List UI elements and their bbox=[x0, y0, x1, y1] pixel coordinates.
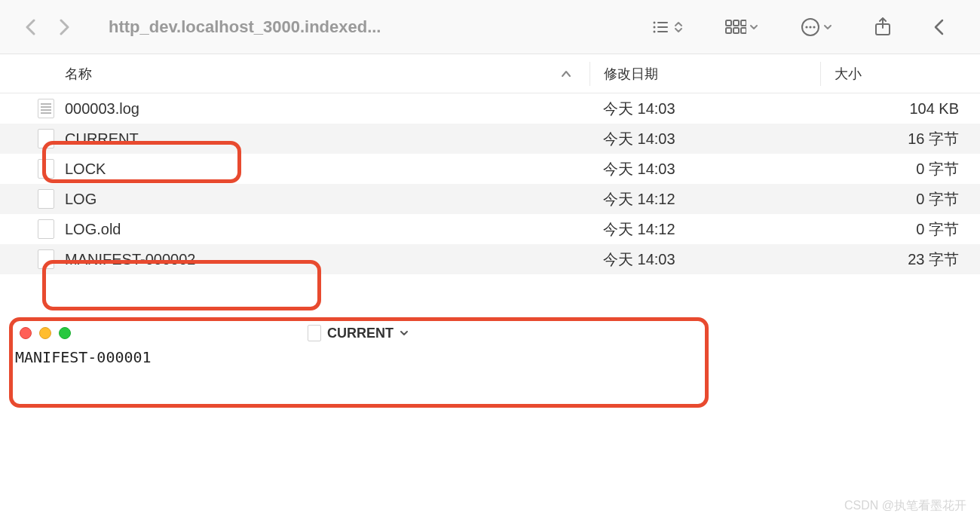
file-date: 今天 14:03 bbox=[603, 99, 675, 119]
file-size: 0 字节 bbox=[916, 189, 959, 210]
file-name: MANIFEST-000002 bbox=[65, 251, 195, 268]
table-row[interactable]: LOG.old 今天 14:12 0 字节 bbox=[0, 214, 980, 244]
table-row[interactable]: CURRENT 今天 14:03 16 字节 bbox=[0, 124, 980, 154]
table-row[interactable]: 000003.log 今天 14:03 104 KB bbox=[0, 93, 980, 124]
svg-rect-10 bbox=[733, 28, 739, 33]
column-header-name[interactable]: 名称 bbox=[0, 65, 590, 83]
group-view-button[interactable] bbox=[651, 20, 683, 35]
close-button[interactable] bbox=[20, 327, 32, 339]
minimize-button[interactable] bbox=[39, 327, 51, 339]
svg-point-15 bbox=[813, 26, 815, 28]
file-icon bbox=[38, 219, 54, 239]
watermark: CSDN @执笔看墨花开 bbox=[844, 498, 966, 514]
svg-rect-8 bbox=[741, 20, 746, 26]
action-menu-button[interactable] bbox=[801, 17, 832, 37]
table-row[interactable]: LOCK 今天 14:03 0 字节 bbox=[0, 154, 980, 184]
file-size: 16 字节 bbox=[908, 129, 959, 149]
svg-point-2 bbox=[654, 26, 656, 28]
editor-text: MANIFEST-000001 bbox=[15, 348, 152, 366]
file-icon bbox=[38, 129, 54, 148]
file-size: 0 字节 bbox=[916, 159, 959, 179]
chevron-down-icon bbox=[823, 24, 832, 30]
file-name: CURRENT bbox=[65, 130, 139, 148]
svg-rect-6 bbox=[726, 20, 731, 26]
file-name: LOG.old bbox=[65, 221, 121, 238]
file-name: LOG bbox=[65, 191, 96, 208]
file-name: 000003.log bbox=[65, 100, 139, 118]
sort-double-chevron-icon bbox=[674, 20, 683, 34]
column-name-label: 名称 bbox=[65, 65, 92, 83]
svg-point-0 bbox=[654, 21, 656, 23]
maximize-button[interactable] bbox=[59, 327, 71, 339]
file-date: 今天 14:03 bbox=[603, 159, 675, 179]
finder-toolbar: http_dev.localhost_3000.indexed... bbox=[0, 0, 980, 54]
file-icon bbox=[38, 159, 54, 179]
file-date: 今天 14:12 bbox=[603, 189, 675, 210]
column-size-label: 大小 bbox=[835, 65, 862, 83]
file-icon bbox=[38, 99, 54, 118]
column-date-label: 修改日期 bbox=[604, 65, 658, 83]
svg-point-13 bbox=[805, 26, 807, 28]
file-icon bbox=[38, 189, 54, 209]
sort-ascending-icon bbox=[561, 66, 571, 81]
column-headers: 名称 修改日期 大小 bbox=[0, 54, 980, 93]
nav-back-button[interactable] bbox=[21, 19, 39, 35]
editor-titlebar[interactable]: CURRENT bbox=[11, 320, 706, 347]
svg-rect-3 bbox=[657, 26, 668, 28]
file-list: 000003.log 今天 14:03 104 KB CURRENT 今天 14… bbox=[0, 93, 980, 274]
svg-rect-7 bbox=[733, 20, 739, 26]
file-icon bbox=[38, 249, 54, 269]
svg-rect-5 bbox=[657, 31, 668, 32]
share-button[interactable] bbox=[874, 17, 891, 37]
editor-content[interactable]: MANIFEST-000001 bbox=[11, 347, 706, 368]
file-size: 0 字节 bbox=[916, 219, 959, 240]
toolbar-actions bbox=[651, 17, 959, 37]
editor-title: CURRENT bbox=[11, 325, 706, 341]
file-size: 104 KB bbox=[909, 100, 959, 118]
window-title: http_dev.localhost_3000.indexed... bbox=[109, 17, 635, 37]
file-date: 今天 14:03 bbox=[603, 129, 675, 149]
editor-title-text: CURRENT bbox=[327, 326, 394, 341]
svg-rect-9 bbox=[726, 28, 731, 33]
column-header-date[interactable]: 修改日期 bbox=[590, 62, 820, 86]
svg-point-14 bbox=[809, 26, 811, 28]
nav-forward-button[interactable] bbox=[56, 19, 74, 35]
text-editor-window: CURRENT MANIFEST-000001 bbox=[11, 320, 706, 404]
file-name: LOCK bbox=[65, 161, 106, 178]
file-date: 今天 14:12 bbox=[603, 219, 675, 240]
svg-point-4 bbox=[654, 30, 656, 32]
traffic-lights bbox=[20, 327, 71, 339]
table-row[interactable]: LOG 今天 14:12 0 字节 bbox=[0, 184, 980, 214]
table-row[interactable]: MANIFEST-000002 今天 14:03 23 字节 bbox=[0, 244, 980, 274]
file-size: 23 字节 bbox=[908, 249, 959, 270]
tags-button[interactable] bbox=[933, 19, 944, 35]
svg-rect-1 bbox=[657, 22, 668, 23]
chevron-down-icon bbox=[749, 24, 758, 30]
column-header-size[interactable]: 大小 bbox=[820, 62, 980, 86]
file-date: 今天 14:03 bbox=[603, 249, 675, 270]
chevron-down-icon bbox=[400, 330, 409, 336]
svg-rect-11 bbox=[741, 28, 746, 33]
file-icon bbox=[308, 325, 321, 341]
view-options-button[interactable] bbox=[725, 20, 758, 35]
